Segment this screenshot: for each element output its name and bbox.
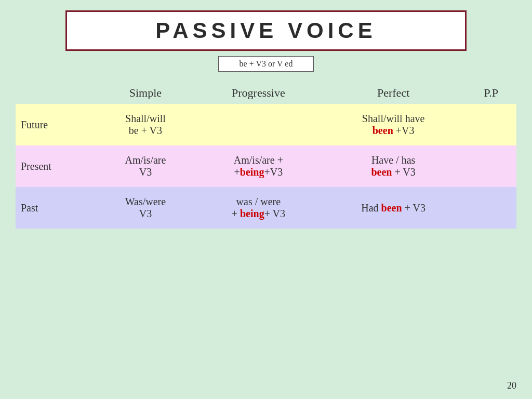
tense-label-past: Past bbox=[16, 187, 95, 229]
tense-label-present: Present bbox=[16, 145, 95, 187]
col-header-progressive: Progressive bbox=[196, 81, 321, 104]
future-pp bbox=[466, 104, 516, 145]
title-box: PASSIVE VOICE bbox=[65, 10, 466, 51]
table-row-past: Past Was/wereV3 was / were+ being+ V3 Ha… bbox=[16, 187, 516, 229]
table-row-future: Future Shall/willbe + V3 Shall/will have… bbox=[16, 104, 516, 145]
col-header-empty bbox=[16, 81, 95, 104]
future-simple: Shall/willbe + V3 bbox=[95, 104, 196, 145]
past-perfect-been: been bbox=[381, 202, 402, 214]
table-row-present: Present Am/is/areV3 Am/is/are ++being+V3… bbox=[16, 145, 516, 187]
passive-voice-table: Simple Progressive Perfect P.P Future Sh… bbox=[16, 81, 516, 229]
present-pp bbox=[466, 145, 516, 187]
past-progressive-being: being bbox=[240, 208, 264, 219]
future-perfect-been: been bbox=[373, 125, 393, 136]
subtitle-text: be + V3 or V ed bbox=[240, 59, 293, 68]
present-progressive: Am/is/are ++being+V3 bbox=[196, 145, 321, 187]
page-number: 20 bbox=[507, 380, 516, 391]
past-perfect: Had been + V3 bbox=[321, 187, 466, 229]
present-simple: Am/is/areV3 bbox=[95, 145, 196, 187]
col-header-perfect: Perfect bbox=[321, 81, 466, 104]
future-progressive bbox=[196, 104, 321, 145]
col-header-simple: Simple bbox=[95, 81, 196, 104]
page-title: PASSIVE VOICE bbox=[155, 18, 376, 43]
past-pp bbox=[466, 187, 516, 229]
tense-label-future: Future bbox=[16, 104, 95, 145]
table-header-row: Simple Progressive Perfect P.P bbox=[16, 81, 516, 104]
subtitle-box: be + V3 or V ed bbox=[218, 56, 314, 72]
past-simple: Was/wereV3 bbox=[95, 187, 196, 229]
future-perfect: Shall/will have been +V3 bbox=[321, 104, 466, 145]
present-perfect: Have / has been + V3 bbox=[321, 145, 466, 187]
col-header-pp: P.P bbox=[466, 81, 516, 104]
present-perfect-been: been bbox=[371, 166, 392, 178]
present-progressive-being: being bbox=[240, 166, 264, 178]
past-progressive: was / were+ being+ V3 bbox=[196, 187, 321, 229]
